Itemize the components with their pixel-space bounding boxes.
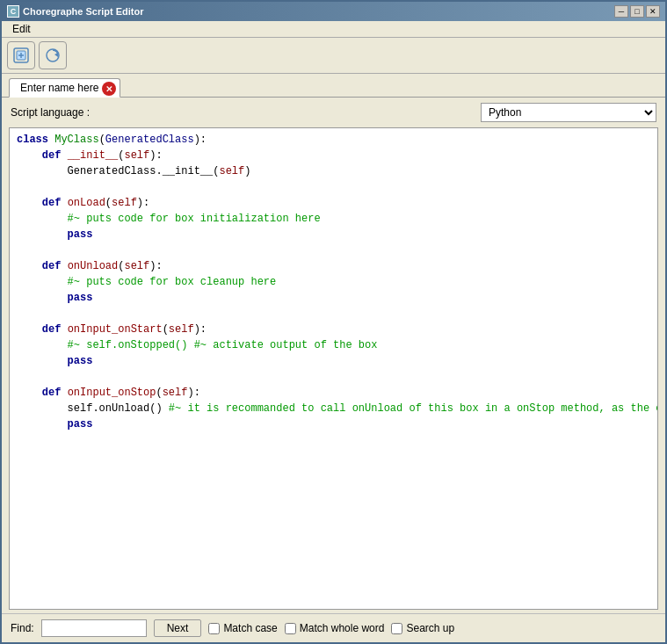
close-button[interactable]: ✕	[646, 5, 660, 18]
toolbar	[2, 38, 665, 74]
svg-marker-5	[54, 53, 58, 57]
title-bar-left: C Choregraphe Script Editor	[7, 5, 144, 18]
menu-bar: Edit	[2, 21, 665, 38]
script-lang-bar: Script language : Python Ruby JavaScript	[2, 98, 665, 127]
code-editor[interactable]: class MyClass(GeneratedClass): def __ini…	[9, 127, 658, 610]
app-icon: C	[7, 5, 19, 18]
find-label: Find:	[11, 622, 34, 634]
window-title: Choregraphe Script Editor	[23, 6, 144, 17]
tab-close-icon: ✕	[105, 84, 112, 94]
minimize-button[interactable]: ─	[614, 5, 628, 18]
search-up-group: Search up	[391, 622, 454, 634]
window-controls: ─ □ ✕	[614, 5, 660, 18]
edit-menu[interactable]: Edit	[7, 21, 36, 37]
next-button[interactable]: Next	[154, 619, 202, 637]
maximize-button[interactable]: □	[630, 5, 644, 18]
new-script-icon	[11, 46, 31, 65]
match-case-checkbox[interactable]	[208, 623, 220, 634]
script-lang-select[interactable]: Python Ruby JavaScript	[481, 103, 656, 122]
reload-icon	[43, 46, 62, 65]
match-whole-word-label: Match whole word	[300, 622, 385, 634]
toolbar-btn-1[interactable]	[7, 41, 35, 69]
find-input[interactable]	[41, 619, 147, 637]
search-up-checkbox[interactable]	[391, 623, 402, 634]
script-tab[interactable]: Enter name here ✕	[9, 78, 120, 98]
main-window: C Choregraphe Script Editor ─ □ ✕ Edit	[0, 0, 667, 644]
search-up-label: Search up	[406, 622, 454, 634]
tab-close-button[interactable]: ✕	[102, 82, 116, 96]
tab-label: Enter name here	[20, 82, 98, 94]
toolbar-btn-2[interactable]	[39, 41, 67, 69]
script-lang-label: Script language :	[11, 106, 90, 119]
content-area: Script language : Python Ruby JavaScript…	[2, 97, 665, 642]
tab-bar: Enter name here ✕	[2, 74, 665, 97]
match-whole-word-group: Match whole word	[285, 622, 385, 634]
title-bar: C Choregraphe Script Editor ─ □ ✕	[2, 2, 665, 21]
match-case-label: Match case	[223, 622, 277, 634]
find-bar: Find: Next Match case Match whole word S…	[2, 613, 665, 642]
match-whole-word-checkbox[interactable]	[285, 623, 296, 634]
match-case-group: Match case	[208, 622, 277, 634]
